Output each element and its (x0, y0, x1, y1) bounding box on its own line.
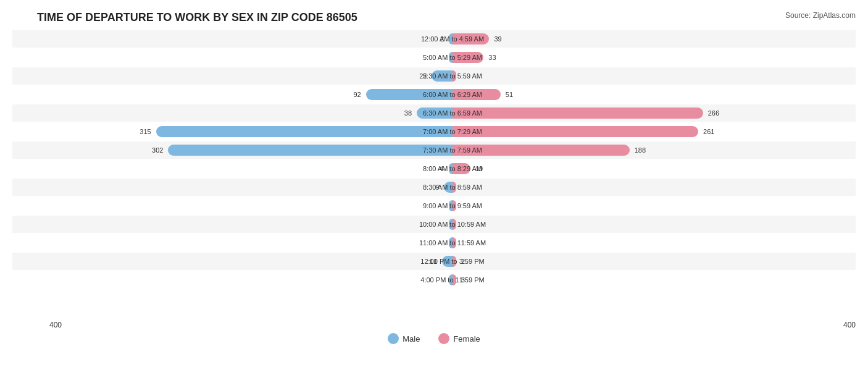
female-bar-container: 261 (453, 126, 698, 137)
legend-male: Male (388, 333, 420, 344)
male-value: 2 (440, 35, 446, 43)
male-value: 315 (140, 128, 153, 135)
female-bar-container: 51 (453, 89, 501, 100)
axis-right-label: 400 (843, 321, 856, 329)
male-bar: 92 (366, 89, 453, 100)
bars-wrapper: 6:00 AM to 6:29 AM 92 51 (49, 86, 856, 103)
source-text: Source: ZipAtlas.com (785, 11, 856, 20)
female-bar-container (453, 200, 456, 211)
chart-title: TIME OF DEPARTURE TO WORK BY SEX IN ZIP … (12, 11, 856, 24)
female-value: 33 (486, 54, 496, 61)
female-bar (453, 182, 456, 193)
female-bar (453, 200, 456, 211)
female-bar-container (453, 219, 456, 230)
female-bar-container: 39 (453, 33, 489, 44)
chart-row: 7:30 AM to 7:59 AM 302 188 (12, 141, 856, 159)
axis-row: 400 400 (12, 321, 856, 329)
bars-wrapper: 7:00 AM to 7:29 AM 315 261 (49, 123, 856, 140)
female-value: 51 (503, 91, 513, 98)
bars-wrapper: 8:00 AM to 8:29 AM 4 19 (49, 160, 856, 177)
female-bar: 2 (453, 256, 456, 267)
chart-row: 10:00 AM to 10:59 AM (12, 216, 856, 233)
male-swatch (388, 333, 399, 344)
bars-wrapper: 4:00 PM to 11:59 PM 3 (49, 271, 856, 289)
bars-wrapper: 9:00 AM to 9:59 AM (49, 197, 856, 214)
female-bar (453, 70, 456, 82)
chart-area: 12:00 AM to 4:59 AM 2 39 5:00 AM to 5:29… (12, 30, 856, 318)
female-label: Female (453, 334, 480, 344)
chart-row: 5:00 AM to 5:29 AM 33 (12, 49, 856, 66)
male-bar-container: 315 (156, 126, 453, 137)
chart-row: 8:00 AM to 8:29 AM 4 19 (12, 160, 856, 177)
female-value: 188 (632, 146, 646, 154)
female-value: 3 (459, 276, 465, 284)
male-label: Male (403, 334, 420, 344)
male-bar-container: 302 (168, 145, 453, 156)
female-swatch (438, 333, 449, 344)
female-bar-container: 266 (453, 108, 703, 119)
male-bar: 22 (432, 70, 453, 82)
male-bar-container: 9 (444, 182, 453, 193)
chart-row: 6:00 AM to 6:29 AM 92 51 (12, 86, 856, 103)
legend: Male Female (12, 333, 856, 344)
bars-wrapper: 5:30 AM to 5:59 AM 22 (49, 67, 856, 85)
male-bar: 38 (417, 108, 453, 119)
female-bar-container (453, 70, 456, 82)
female-bar-container: 3 (453, 274, 456, 285)
male-value: 11 (430, 258, 440, 265)
male-bar-container: 22 (432, 70, 453, 82)
chart-container: TIME OF DEPARTURE TO WORK BY SEX IN ZIP … (0, 0, 868, 367)
female-bar: 266 (453, 108, 703, 119)
female-bar-container: 2 (453, 256, 456, 267)
male-bar: 315 (156, 126, 453, 137)
male-bar: 11 (442, 256, 453, 267)
female-bar-container (453, 237, 456, 248)
chart-row: 8:30 AM to 8:59 AM 9 (12, 179, 856, 196)
male-bar-container: 92 (366, 89, 453, 100)
male-value: 38 (404, 109, 414, 117)
axis-left-label: 400 (49, 321, 62, 329)
male-bar-container: 38 (417, 108, 453, 119)
chart-row: 7:00 AM to 7:29 AM 315 261 (12, 123, 856, 140)
bars-wrapper: 7:30 AM to 7:59 AM 302 188 (49, 141, 856, 159)
female-bar-container: 33 (453, 52, 483, 63)
female-bar: 33 (453, 52, 483, 63)
female-bar-container: 19 (453, 163, 470, 174)
male-value: 92 (353, 91, 363, 98)
female-value: 261 (701, 128, 714, 135)
chart-row: 6:30 AM to 6:59 AM 38 266 (12, 104, 856, 122)
female-bar: 188 (453, 145, 630, 156)
male-value: 4 (440, 165, 446, 172)
female-bar: 261 (453, 126, 698, 137)
male-bar-container: 11 (442, 256, 453, 267)
bars-wrapper: 12:00 AM to 4:59 AM 2 39 (49, 30, 856, 48)
male-bar: 302 (168, 145, 453, 156)
male-bar: 9 (444, 182, 453, 193)
female-bar: 19 (453, 163, 470, 174)
female-bar-container (453, 182, 456, 193)
bars-wrapper: 12:00 PM to 3:59 PM 11 2 (49, 253, 856, 270)
bars-wrapper: 6:30 AM to 6:59 AM 38 266 (49, 104, 856, 122)
female-bar: 39 (453, 33, 489, 44)
bars-wrapper: 8:30 AM to 8:59 AM 9 (49, 179, 856, 196)
female-bar-container: 188 (453, 145, 630, 156)
chart-row: 12:00 AM to 4:59 AM 2 39 (12, 30, 856, 48)
female-value: 39 (491, 35, 501, 43)
bars-wrapper: 11:00 AM to 11:59 AM (49, 234, 856, 251)
female-bar (453, 219, 456, 230)
male-value: 22 (419, 72, 429, 80)
axis-center: 400 400 (49, 321, 856, 329)
female-value: 2 (459, 258, 465, 265)
chart-row: 5:30 AM to 5:59 AM 22 (12, 67, 856, 85)
female-bar: 51 (453, 89, 501, 100)
female-value: 266 (706, 109, 719, 117)
female-value: 19 (473, 165, 483, 172)
bars-wrapper: 10:00 AM to 10:59 AM (49, 216, 856, 233)
chart-row: 11:00 AM to 11:59 AM (12, 234, 856, 251)
male-value: 9 (435, 184, 441, 191)
male-value: 302 (152, 146, 165, 154)
legend-female: Female (438, 333, 480, 344)
bars-wrapper: 5:00 AM to 5:29 AM 33 (49, 49, 856, 66)
chart-row: 9:00 AM to 9:59 AM (12, 197, 856, 214)
chart-row: 12:00 PM to 3:59 PM 11 2 (12, 253, 856, 270)
